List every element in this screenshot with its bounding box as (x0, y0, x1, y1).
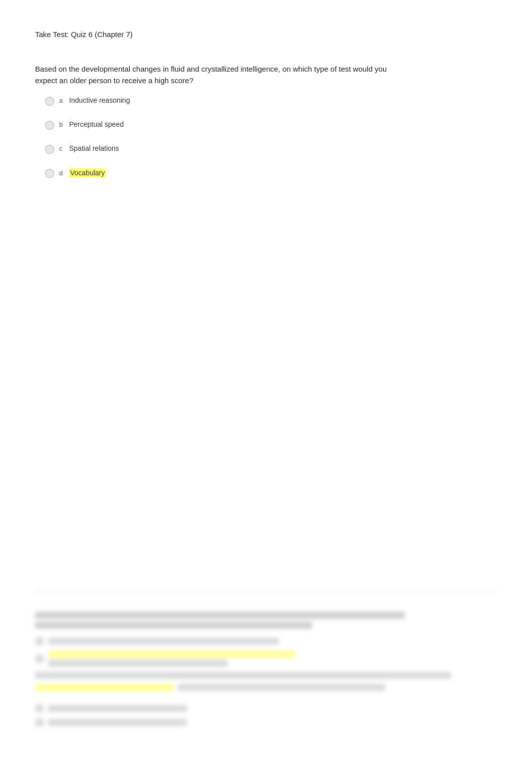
dot-sep-a: . (69, 113, 497, 118)
answer-text-c: Spatial relations (69, 144, 119, 152)
blurred-answer-2-highlight (48, 651, 295, 658)
answer-label-b: b Perceptual speed (59, 120, 124, 128)
answer-text-b: Perceptual speed (69, 120, 124, 128)
question-block-1: Based on the developmental changes in fl… (35, 64, 497, 178)
answer-text-d: Vocabulary (69, 168, 106, 177)
dot-sep-b: . (69, 137, 497, 142)
answer-item-a[interactable]: a Inductive reasoning (45, 96, 497, 106)
blurred-answer-row-2 (35, 651, 497, 667)
blurred-answer-row-1 (35, 637, 497, 646)
letter-b: b (59, 121, 66, 128)
blurred-content (35, 602, 497, 742)
radio-b[interactable] (45, 121, 54, 130)
blurred-answer-4 (48, 719, 187, 726)
letter-a: a (59, 97, 66, 104)
answer-item-d[interactable]: d Vocabulary (45, 168, 497, 178)
blurred-para-2 (178, 684, 386, 691)
blurred-section (35, 591, 497, 742)
radio-c[interactable] (45, 145, 54, 154)
answer-item-c[interactable]: c Spatial relations (45, 144, 497, 154)
blurred-radio-2 (35, 654, 44, 663)
blurred-answer-1 (48, 638, 279, 645)
question-text-1: Based on the developmental changes in fl… (35, 64, 396, 86)
radio-a[interactable] (45, 97, 54, 106)
blurred-answer-3 (48, 705, 187, 712)
page-title: Take Test: Quiz 6 (Chapter 7) (35, 30, 497, 39)
blurred-answer-row-3 (35, 704, 497, 713)
blurred-q2-line1 (35, 612, 405, 619)
letter-d: d (59, 169, 66, 177)
answer-label-d: d Vocabulary (59, 168, 106, 177)
answer-list-1: a Inductive reasoning . b Perceptual spe… (45, 96, 497, 178)
divider (35, 591, 497, 592)
letter-c: c (59, 145, 66, 152)
blurred-answer-row-4 (35, 718, 497, 727)
answer-label-a: a Inductive reasoning (59, 96, 130, 104)
blurred-radio-1 (35, 637, 44, 646)
blurred-para-1 (35, 672, 451, 679)
blurred-para-highlight (35, 684, 174, 691)
blurred-answer-2-extra (48, 660, 227, 667)
radio-d[interactable] (45, 169, 54, 178)
dot-sep-c: . (69, 161, 497, 166)
blurred-q2-line2 (35, 622, 312, 629)
answer-item-b[interactable]: b Perceptual speed (45, 120, 497, 130)
page-container: Take Test: Quiz 6 (Chapter 7) Based on t… (0, 0, 532, 782)
blurred-radio-3 (35, 704, 44, 713)
blurred-radio-4 (35, 718, 44, 727)
answer-label-c: c Spatial relations (59, 144, 119, 152)
answer-text-a: Inductive reasoning (69, 96, 130, 104)
